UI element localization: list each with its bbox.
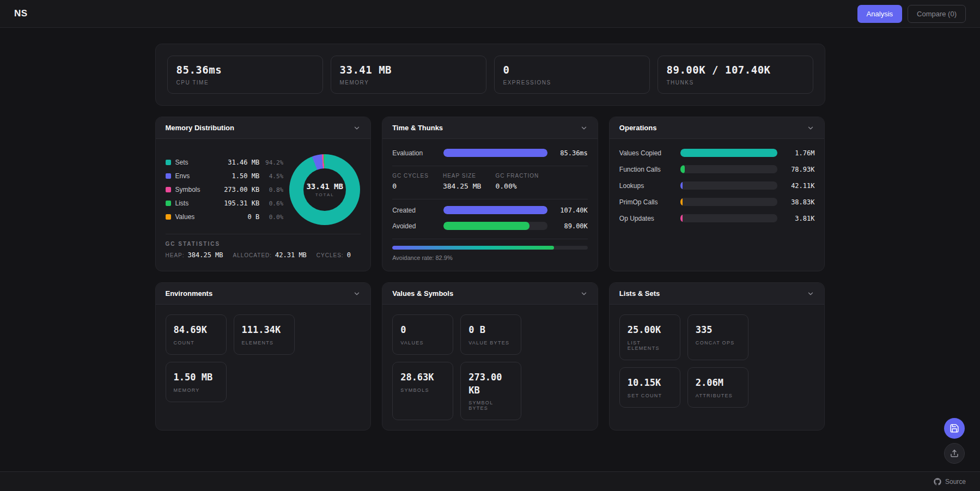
- values-symbols-card: Values & Symbols 0 VALUES 0 B VALUE BYTE…: [382, 282, 598, 431]
- stat-value: 33.41 MB: [340, 64, 477, 76]
- chevron-down-icon[interactable]: [353, 290, 361, 298]
- values-copied-row: Values Copied 1.76M: [619, 149, 815, 157]
- legend-swatch: [166, 187, 171, 192]
- lists-sets-header[interactable]: Lists & Sets: [610, 283, 825, 305]
- bar-track: [443, 222, 547, 230]
- bar-value: 42.11K: [784, 182, 814, 190]
- divider: [392, 166, 588, 166]
- source-link[interactable]: Source: [934, 478, 966, 486]
- bar-track: [680, 165, 778, 173]
- values-symbols-body: 0 VALUES 0 B VALUE BYTES 28.63K SYMBOLS …: [382, 305, 598, 430]
- values-symbols-header[interactable]: Values & Symbols: [382, 283, 598, 305]
- mini-value: 0: [400, 324, 445, 337]
- gc-value: 0.00%: [495, 182, 539, 190]
- mini-label: VALUE BYTES: [468, 340, 513, 345]
- gc-heap: HEAP: 384.25 MB: [166, 251, 223, 259]
- divider: [392, 199, 588, 199]
- legend-name: Lists: [175, 199, 224, 207]
- stat-label: CPU TIME: [176, 80, 314, 86]
- time-thunks-header[interactable]: Time & Thunks: [382, 117, 598, 139]
- bar-value: 3.81K: [784, 215, 814, 222]
- app-title: NS: [14, 8, 28, 19]
- card-title: Time & Thunks: [392, 124, 443, 132]
- summary-stat-memory: 33.41 MB MEMORY: [331, 56, 486, 94]
- bar-track: [443, 149, 547, 157]
- bar-value: 78.93K: [784, 166, 814, 173]
- mini-label: SET COUNT: [628, 393, 672, 398]
- set-count-box: 10.15K SET COUNT: [619, 367, 680, 408]
- symbol-bytes-box: 273.00 KB SYMBOL BYTES: [460, 362, 521, 421]
- mini-value: 273.00 KB: [468, 371, 513, 397]
- legend-value: 195.31 KB: [224, 199, 259, 207]
- bar-label: PrimOp Calls: [619, 198, 674, 206]
- card-title: Lists & Sets: [619, 289, 660, 298]
- bar-label: Values Copied: [619, 149, 674, 157]
- gc-value: 42.31 MB: [275, 251, 307, 259]
- avoidance-rate-fill: [392, 246, 554, 250]
- mini-label: VALUES: [400, 340, 445, 345]
- legend-swatch: [166, 214, 171, 220]
- symbols-box: 28.63K SYMBOLS: [392, 362, 453, 421]
- legend-swatch: [166, 160, 171, 165]
- operations-header[interactable]: Operations: [610, 117, 825, 139]
- avoidance-rate-track: [392, 246, 588, 250]
- main-content: 85.36ms CPU TIME 33.41 MB MEMORY 0 EXPRE…: [155, 44, 825, 431]
- legend-value: 0 B: [247, 213, 259, 221]
- mini-label: ELEMENTS: [242, 340, 287, 345]
- chevron-down-icon[interactable]: [807, 124, 814, 132]
- gc-stat-columns: GC CYCLES 0 HEAP SIZE 384.25 MB GC FRACT…: [392, 173, 588, 190]
- compare-tab-button[interactable]: Compare (0): [908, 5, 966, 23]
- evaluation-bar-row: Evaluation 85.36ms: [392, 149, 588, 157]
- mini-value: 0 B: [468, 324, 513, 337]
- memory-distribution-header[interactable]: Memory Distribution: [156, 117, 371, 139]
- stat-label: MEMORY: [340, 80, 477, 86]
- save-button[interactable]: [944, 418, 965, 439]
- bar-track: [680, 149, 778, 157]
- chevron-down-icon[interactable]: [807, 290, 814, 298]
- bar-value: 89.00K: [554, 222, 588, 230]
- created-bar-fill: [443, 206, 547, 214]
- gc-value: 0: [392, 182, 429, 190]
- mini-value: 2.06M: [696, 377, 740, 390]
- stat-value: 0: [503, 64, 641, 76]
- memory-distribution-card: Memory Distribution Sets 31.46 MB 94.2%: [155, 117, 372, 271]
- save-icon: [949, 423, 959, 433]
- analysis-tab-button[interactable]: Analysis: [857, 5, 902, 23]
- divider: [392, 239, 588, 239]
- card-title: Operations: [619, 124, 657, 132]
- chevron-down-icon[interactable]: [353, 124, 361, 132]
- summary-stat-thunks: 89.00K / 107.40K THUNKS: [658, 56, 813, 94]
- source-label: Source: [945, 478, 966, 486]
- operations-body: Values Copied 1.76M Function Calls 78.93…: [610, 139, 825, 271]
- chevron-down-icon[interactable]: [580, 124, 588, 132]
- rate-label-value: 82.9%: [435, 254, 452, 261]
- environments-header[interactable]: Environments: [156, 283, 371, 305]
- donut-ring: 33.41 MB TOTAL: [289, 154, 360, 225]
- mini-label: MEMORY: [174, 387, 218, 393]
- mini-label: COUNT: [174, 340, 218, 345]
- op-updates-row: Op Updates 3.81K: [619, 214, 815, 222]
- gc-label: HEAP SIZE: [443, 173, 481, 179]
- chevron-down-icon[interactable]: [580, 290, 588, 298]
- legend-pct: 4.5%: [259, 173, 283, 180]
- footer: Source: [0, 471, 980, 491]
- legend-item-lists: Lists 195.31 KB 0.6%: [166, 199, 284, 207]
- card-title: Memory Distribution: [166, 124, 234, 132]
- share-button[interactable]: [944, 443, 965, 464]
- gc-label: GC FRACTION: [495, 173, 539, 179]
- created-bar-row: Created 107.40K: [392, 206, 588, 214]
- bar-track: [680, 198, 778, 206]
- bar-fill: [680, 149, 778, 157]
- stat-value: 89.00K / 107.40K: [667, 64, 804, 76]
- avoidance-rate-label: Avoidance rate: 82.9%: [392, 254, 588, 261]
- mini-value: 1.50 MB: [174, 371, 218, 384]
- gc-cycles: CYCLES: 0: [316, 251, 351, 259]
- bar-value: 1.76M: [784, 149, 814, 157]
- mini-value: 84.69K: [174, 324, 218, 337]
- legend-item-values: Values 0 B 0.0%: [166, 213, 284, 221]
- gc-value: 384.25 MB: [443, 182, 481, 190]
- gc-value: 384.25 MB: [188, 251, 223, 259]
- topbar-actions: Analysis Compare (0): [857, 5, 966, 23]
- bar-fill: [680, 181, 683, 190]
- mini-value: 10.15K: [628, 377, 672, 390]
